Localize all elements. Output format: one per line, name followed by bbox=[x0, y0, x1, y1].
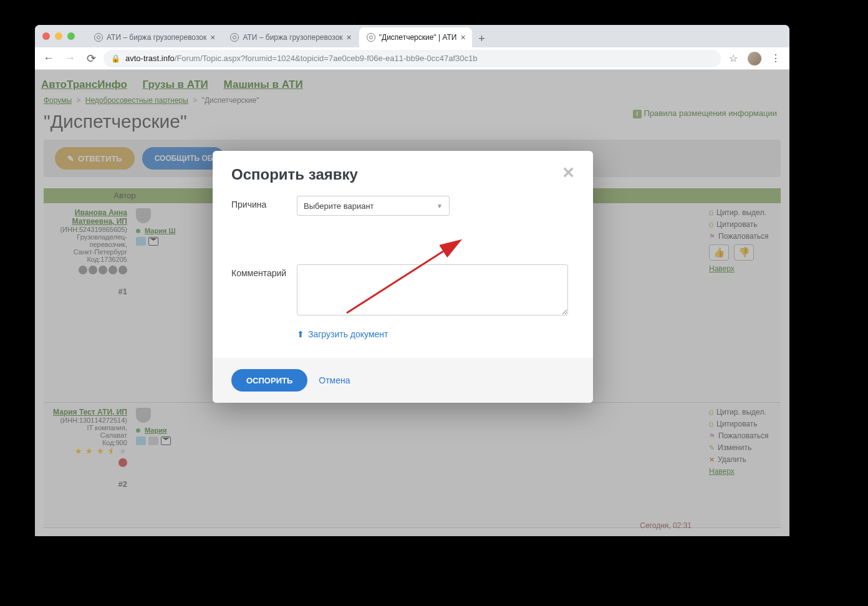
tab-close-icon[interactable]: × bbox=[347, 32, 352, 42]
tab-bar: АТИ – биржа грузоперевозок × АТИ – биржа… bbox=[35, 25, 789, 47]
url-path: /Forum/Topic.aspx?forumid=1024&topicid=7… bbox=[175, 54, 478, 63]
profile-avatar[interactable] bbox=[746, 50, 763, 67]
tab-title: АТИ – биржа грузоперевозок bbox=[107, 33, 206, 42]
comment-textarea[interactable] bbox=[297, 264, 568, 315]
tab-close-icon[interactable]: × bbox=[460, 32, 465, 42]
browser-tab-1[interactable]: АТИ – биржа грузоперевозок × bbox=[87, 27, 221, 47]
url-bar: ← → ⟳ 🔒 avto-trast.info/Forum/Topic.aspx… bbox=[35, 47, 789, 70]
maximize-window-button[interactable] bbox=[67, 32, 75, 40]
modal-title: Оспорить заявку bbox=[231, 166, 358, 183]
favicon-icon bbox=[367, 33, 375, 42]
forward-button[interactable]: → bbox=[61, 50, 79, 67]
reason-select-value: Выберите вариант bbox=[304, 201, 374, 211]
comment-label: Комментарий bbox=[231, 264, 297, 278]
modal-body: Причина Выберите вариант ▼ Комментарий bbox=[213, 190, 593, 358]
upload-link-text: Загрузить документ bbox=[308, 329, 388, 339]
window-controls bbox=[42, 32, 75, 40]
bookmark-star-icon[interactable]: ☆ bbox=[725, 50, 742, 67]
modal-header: Оспорить заявку × bbox=[213, 151, 593, 190]
new-tab-button[interactable]: + bbox=[473, 30, 491, 47]
close-window-button[interactable] bbox=[42, 32, 50, 40]
url-host: avto-trast.info bbox=[125, 54, 175, 63]
address-bar[interactable]: 🔒 avto-trast.info/Forum/Topic.aspx?forum… bbox=[104, 50, 721, 67]
reload-button[interactable]: ⟳ bbox=[82, 50, 100, 67]
browser-window: АТИ – биржа грузоперевозок × АТИ – биржа… bbox=[35, 25, 789, 536]
reason-label: Причина bbox=[231, 196, 297, 209]
modal-footer: ОСПОРИТЬ Отмена bbox=[213, 358, 593, 403]
tabs-container: АТИ – биржа грузоперевозок × АТИ – биржа… bbox=[87, 27, 491, 47]
chevron-down-icon: ▼ bbox=[436, 203, 443, 209]
favicon-icon bbox=[94, 33, 103, 42]
favicon-icon bbox=[230, 33, 239, 42]
reason-select[interactable]: Выберите вариант ▼ bbox=[297, 196, 450, 216]
url-text: avto-trast.info/Forum/Topic.aspx?forumid… bbox=[125, 54, 477, 63]
browser-tab-3-active[interactable]: "Диспетчерские" | АТИ × bbox=[359, 27, 472, 47]
back-button[interactable]: ← bbox=[40, 50, 57, 67]
form-row-reason: Причина Выберите вариант ▼ bbox=[231, 196, 574, 216]
upload-icon: ⬆ bbox=[297, 329, 304, 339]
dispute-submit-button[interactable]: ОСПОРИТЬ bbox=[231, 369, 307, 392]
upload-document-link[interactable]: ⬆ Загрузить документ bbox=[297, 329, 574, 339]
cancel-link[interactable]: Отмена bbox=[319, 375, 350, 385]
page-content: АвтоТрансИнфо Грузы в АТИ Машины в АТИ Ф… bbox=[35, 70, 789, 536]
lock-icon: 🔒 bbox=[111, 54, 120, 63]
form-row-comment: Комментарий bbox=[231, 264, 574, 318]
dispute-modal: Оспорить заявку × Причина Выберите вариа… bbox=[213, 151, 593, 403]
minimize-window-button[interactable] bbox=[55, 32, 62, 40]
browser-menu-icon[interactable]: ⋮ bbox=[767, 50, 784, 67]
browser-tab-2[interactable]: АТИ – биржа грузоперевозок × bbox=[223, 27, 357, 47]
close-icon[interactable]: × bbox=[562, 166, 574, 178]
tab-title: "Диспетчерские" | АТИ bbox=[379, 33, 457, 42]
tab-title: АТИ – биржа грузоперевозок bbox=[243, 33, 342, 42]
tab-close-icon[interactable]: × bbox=[210, 32, 215, 42]
